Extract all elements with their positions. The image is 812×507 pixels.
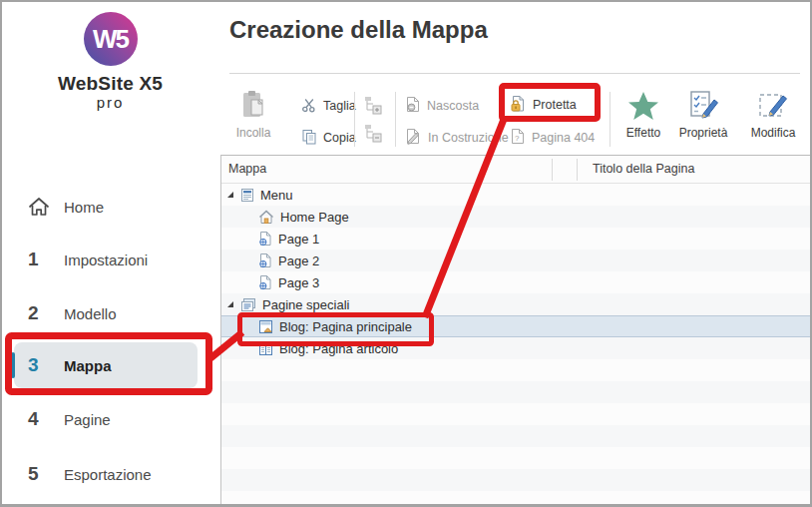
tree-header: Mappa Titolo della Pagina: [221, 156, 810, 184]
hidden-page-button[interactable]: Nascosta: [405, 97, 479, 115]
properties-button[interactable]: Proprietà: [675, 88, 731, 140]
copy-button[interactable]: Copia: [301, 129, 356, 147]
under-construction-button[interactable]: In Costruzione: [405, 129, 509, 147]
menu-icon: [240, 188, 254, 203]
tree-empty-row: [221, 381, 810, 403]
column-header-mappa: Mappa: [228, 162, 266, 176]
svg-text:?: ?: [515, 134, 520, 143]
collapse-all-button[interactable]: [360, 123, 386, 147]
blog-article-icon: [258, 341, 273, 356]
tree-row-label: Page 1: [278, 232, 319, 247]
scissors-icon: [301, 97, 317, 116]
step-number: 4: [28, 408, 54, 430]
lock-page-icon: [510, 95, 527, 116]
logo-monogram: W5: [93, 24, 128, 55]
sidebar-item-impostazioni[interactable]: 1 Impostazioni: [14, 237, 198, 282]
tree-row-page-1[interactable]: Page 1: [221, 228, 810, 250]
sidebar-item-home[interactable]: Home: [14, 184, 198, 230]
sidebar-item-label: Impostazioni: [64, 252, 148, 268]
step-number: 3: [28, 354, 54, 376]
star-icon: [615, 88, 671, 122]
app-window: W5 WebSite X5 pro Home 1 Impostazioni 2 …: [0, 0, 812, 507]
expand-triangle-icon[interactable]: [226, 300, 234, 308]
properties-icon: [675, 88, 731, 122]
logo: W5 WebSite X5 pro: [2, 12, 218, 111]
tree-row-page-3[interactable]: Page 3: [221, 271, 810, 293]
logo-wordmark: WebSite X5: [2, 73, 218, 95]
sidebar-item-label: Home: [64, 199, 104, 216]
tree-row-label: Page 2: [278, 254, 319, 268]
tree-row-blog-articolo[interactable]: Blog: Pagina articolo: [221, 337, 810, 359]
protected-page-button[interactable]: Protetta: [510, 96, 577, 114]
edit-label: Modifica: [751, 126, 796, 140]
logo-edition: pro: [2, 94, 218, 111]
sidebar-item-label: Pagine: [64, 411, 111, 428]
hidden-label: Nascosta: [427, 99, 479, 113]
tree-row-label: Menu: [260, 188, 293, 203]
cut-button[interactable]: Taglia: [301, 97, 356, 115]
toolbar-separator: [395, 92, 396, 147]
special-pages-icon: [240, 297, 256, 312]
tree-empty-row: [221, 359, 810, 381]
tree-empty-row: [221, 425, 810, 447]
tree-row-label: Home Page: [280, 210, 349, 225]
paste-label: Incolla: [236, 126, 271, 140]
tree-body: Menu Home Page Page 1 Page 2: [221, 184, 810, 491]
toolbar-separator: [354, 92, 355, 147]
cut-label: Taglia: [323, 99, 356, 113]
sidebar-item-label: Mappa: [64, 357, 112, 374]
sidebar-item-label: Esportazione: [64, 466, 152, 483]
tree-expand-icon: [362, 95, 384, 119]
step-number: 1: [28, 249, 54, 270]
tree-row-label: Page 3: [278, 275, 319, 290]
site-map-panel: Mappa Titolo della Pagina Menu Home Page: [220, 155, 810, 504]
toolbar-separator: [609, 92, 610, 147]
tree-empty-row: [221, 403, 810, 425]
sidebar-item-pagine[interactable]: 4 Pagine: [14, 396, 198, 442]
tree-empty-row: [221, 469, 810, 491]
tree-row-blog-principale[interactable]: Blog: Pagina principale: [221, 315, 810, 337]
page-404-button[interactable]: ? Pagina 404: [510, 129, 595, 147]
tree-row-home-page[interactable]: Home Page: [221, 206, 810, 228]
protected-label: Protetta: [533, 98, 577, 112]
column-separator[interactable]: [577, 159, 578, 181]
clipboard-icon: [225, 88, 281, 122]
sidebar-item-modello[interactable]: 2 Modello: [14, 290, 198, 336]
sidebar-item-esportazione[interactable]: 5 Esportazione: [14, 451, 198, 497]
effect-button[interactable]: Effetto: [615, 88, 671, 140]
page-404-label: Pagina 404: [532, 131, 595, 145]
tree-collapse-icon: [362, 123, 384, 147]
expand-all-button[interactable]: [360, 95, 386, 119]
column-header-titolo: Titolo della Pagina: [593, 162, 694, 176]
expand-triangle-icon[interactable]: [226, 191, 234, 199]
tree-row-pagine-speciali[interactable]: Pagine speciali: [221, 293, 810, 315]
house-icon: [258, 210, 274, 225]
column-separator[interactable]: [552, 159, 553, 181]
page-icon: [258, 274, 272, 290]
tree-row-menu[interactable]: Menu: [221, 184, 810, 206]
step-number: 2: [28, 302, 54, 324]
copy-icon: [301, 129, 317, 148]
effect-label: Effetto: [626, 126, 660, 140]
paste-button[interactable]: Incolla: [225, 88, 281, 140]
tree-empty-row: [221, 447, 810, 469]
step-number: 5: [28, 463, 54, 485]
edit-icon: [745, 88, 801, 122]
tree-row-page-2[interactable]: Page 2: [221, 250, 810, 271]
construction-icon: [405, 128, 422, 148]
tree-row-label: Blog: Pagina principale: [279, 319, 412, 334]
logo-mark: W5: [84, 12, 138, 66]
edit-button[interactable]: Modifica: [745, 88, 801, 140]
active-item-accent-bar: [11, 352, 15, 378]
sidebar-item-mappa[interactable]: 3 Mappa: [14, 342, 198, 388]
page-icon: [258, 253, 272, 268]
page-icon: [258, 231, 272, 247]
construction-label: In Costruzione: [428, 131, 509, 145]
page-404-icon: ?: [510, 128, 526, 148]
tree-row-label: Blog: Pagina articolo: [279, 341, 398, 356]
copy-label: Copia: [323, 131, 356, 145]
title-divider: [229, 73, 800, 74]
sidebar: W5 WebSite X5 pro Home 1 Impostazioni 2 …: [2, 2, 218, 504]
properties-label: Proprietà: [679, 126, 728, 140]
page-title: Creazione della Mappa: [229, 16, 488, 44]
